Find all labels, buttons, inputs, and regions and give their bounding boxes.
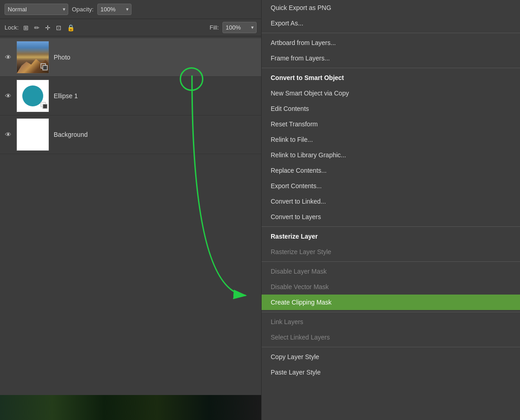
menu-item-link-layers: Link Layers (262, 314, 520, 330)
menu-item-new-smart-object[interactable]: New Smart Object via Copy (262, 85, 520, 101)
menu-item-convert-linked[interactable]: Convert to Linked... (262, 194, 520, 209)
menu-item-reset-transform[interactable]: Reset Transform (262, 116, 520, 132)
lock-pixels-icon[interactable]: ⊞ (22, 23, 30, 32)
layer-thumb-photo (16, 41, 49, 74)
lock-artboard-icon[interactable]: ⊡ (55, 23, 62, 32)
fill-wrapper: 100% (222, 22, 257, 33)
menu-item-disable-vector-mask: Disable Vector Mask (262, 279, 520, 295)
eye-icon-photo[interactable]: 👁 (4, 54, 13, 61)
menu-item-quick-export[interactable]: Quick Export as PNG (262, 0, 520, 15)
svg-rect-1 (43, 65, 47, 70)
layer-item-ellipse[interactable]: 👁 Ellipse 1 (0, 77, 261, 115)
svg-rect-3 (43, 104, 47, 109)
menu-item-edit-contents[interactable]: Edit Contents (262, 101, 520, 116)
layer-thumb-ellipse (16, 80, 49, 112)
thumb-overlay-ellipse (40, 102, 48, 111)
lock-brush-icon[interactable]: ✏ (33, 23, 40, 32)
eye-icon-ellipse[interactable]: 👁 (4, 92, 13, 100)
layer-name-ellipse: Ellipse 1 (54, 92, 257, 100)
menu-item-artboard-from-layers[interactable]: Artboard from Layers... (262, 35, 520, 50)
layer-item-background[interactable]: 👁 Background (0, 115, 261, 154)
menu-item-select-linked-layers: Select Linked Layers (262, 330, 520, 345)
blend-mode-wrapper: Normal (5, 4, 68, 15)
menu-item-convert-layers[interactable]: Convert to Layers (262, 209, 520, 225)
separator-6 (262, 347, 520, 347)
separator-4 (262, 261, 520, 262)
layer-thumb-background (16, 118, 49, 151)
blend-mode-select[interactable]: Normal (5, 4, 68, 15)
fill-select[interactable]: 100% (222, 22, 257, 33)
menu-item-rasterize-layer[interactable]: Rasterize Layer (262, 229, 520, 244)
menu-item-export-as[interactable]: Export As... (262, 15, 520, 31)
menu-item-create-clipping-mask[interactable]: Create Clipping Mask (262, 295, 520, 310)
opacity-select[interactable]: 100% (97, 4, 131, 15)
layer-name-background: Background (54, 131, 257, 138)
layers-panel: Normal Opacity: 100% Lock: ⊞ ✏ ✛ ⊡ 🔒 Fil… (0, 0, 262, 420)
layers-list: 👁 Photo 👁 (0, 36, 261, 395)
layer-item-photo[interactable]: 👁 Photo (0, 38, 261, 77)
separator-3 (262, 226, 520, 227)
menu-item-rasterize-layer-style: Rasterize Layer Style (262, 244, 520, 260)
menu-item-replace-contents[interactable]: Replace Contents... (262, 163, 520, 178)
context-menu-panel: Quick Export as PNG Export As... Artboar… (262, 0, 520, 420)
canvas-preview (0, 395, 261, 420)
menu-item-export-contents[interactable]: Export Contents... (262, 178, 520, 194)
menu-item-paste-layer-style[interactable]: Paste Layer Style (262, 365, 520, 380)
layer-name-photo: Photo (54, 54, 257, 61)
lock-all-icon[interactable]: 🔒 (66, 23, 76, 32)
lock-label: Lock: (5, 24, 19, 31)
fill-label: Fill: (210, 24, 219, 31)
separator-5 (262, 312, 520, 312)
menu-item-disable-layer-mask: Disable Layer Mask (262, 264, 520, 279)
lock-move-icon[interactable]: ✛ (44, 23, 51, 32)
opacity-wrapper: 100% (97, 4, 131, 15)
menu-item-convert-smart-object[interactable]: Convert to Smart Object (262, 70, 520, 85)
lock-toolbar: Lock: ⊞ ✏ ✛ ⊡ 🔒 Fill: 100% (0, 19, 261, 36)
blend-mode-toolbar: Normal Opacity: 100% (0, 0, 261, 19)
context-menu: Quick Export as PNG Export As... Artboar… (262, 0, 520, 420)
menu-item-frame-from-layers[interactable]: Frame from Layers... (262, 50, 520, 66)
menu-item-copy-layer-style[interactable]: Copy Layer Style (262, 349, 520, 365)
menu-item-relink-library[interactable]: Relink to Library Graphic... (262, 147, 520, 163)
background-preview (17, 119, 49, 150)
thumb-overlay-photo (40, 63, 48, 72)
opacity-label: Opacity: (72, 6, 94, 13)
preview-content (0, 395, 261, 420)
menu-item-relink-file[interactable]: Relink to File... (262, 132, 520, 147)
separator-2 (262, 68, 520, 68)
separator-1 (262, 33, 520, 33)
eye-icon-background[interactable]: 👁 (4, 131, 13, 138)
